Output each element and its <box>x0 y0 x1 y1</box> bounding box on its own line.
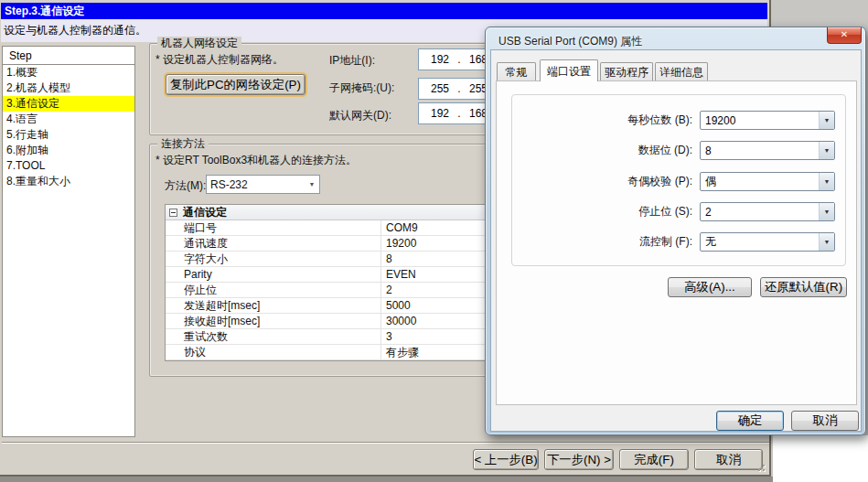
sidebar-item-robot-model[interactable]: 2.机器人模型 <box>3 80 134 96</box>
baud-rate-value: 19200 <box>701 114 819 127</box>
resize-grip[interactable] <box>754 461 766 473</box>
next-button[interactable]: 下一步(N) > <box>544 449 614 470</box>
sidebar-item-communication[interactable]: 3.通信设定 <box>3 96 134 112</box>
parity-label: 奇偶校验 (P): <box>512 172 692 191</box>
chevron-down-icon: ▼ <box>305 181 319 187</box>
flow-control-select[interactable]: 无 ▼ <box>700 232 835 252</box>
ok-button[interactable]: 确定 <box>716 411 784 431</box>
table-header-label: 通信设定 <box>183 205 227 220</box>
robot-network-group-title: 机器人网络设定 <box>157 37 241 49</box>
table-cell-label: 字符大小 <box>166 252 380 266</box>
tab-details[interactable]: 详细信息 <box>655 62 708 81</box>
table-cell-label: 发送超时[msec] <box>166 298 380 313</box>
chevron-down-icon: ▼ <box>819 203 834 220</box>
tab-driver[interactable]: 驱动程序 <box>600 62 653 81</box>
chevron-down-icon: ▼ <box>819 112 834 129</box>
ip-address-label: IP地址(I): <box>329 53 375 69</box>
tab-port-settings[interactable]: 端口设置 <box>540 59 598 81</box>
connection-method-note: * 设定RT ToolBox3和机器人的连接方法。 <box>155 153 357 168</box>
data-bits-value: 8 <box>701 145 819 157</box>
connection-method-group-title: 连接方法 <box>157 137 209 150</box>
method-label: 方法(M): <box>165 178 206 194</box>
table-cell-label: 重试次数 <box>166 329 380 344</box>
table-cell-label: 接收超时[msec] <box>166 314 380 328</box>
sidebar-item-language[interactable]: 4.语言 <box>3 112 134 127</box>
robot-network-note: * 设定机器人控制器网络。 <box>155 52 284 68</box>
finish-button[interactable]: 完成(F) <box>619 449 689 470</box>
wizard-subtitle: 设定与机器人控制器的通信。 <box>4 24 146 37</box>
stop-bits-label: 停止位 (S): <box>512 202 692 221</box>
stop-bits-select[interactable]: 2 ▼ <box>700 202 835 221</box>
tab-general[interactable]: 常规 <box>497 62 536 81</box>
advanced-button[interactable]: 高级(A)... <box>668 277 752 297</box>
wizard-cancel-button[interactable]: 取消 <box>694 449 763 470</box>
table-cell-label: Parity <box>166 267 380 282</box>
step-sidebar-header: Step <box>3 47 134 65</box>
baud-rate-label: 每秒位数 (B): <box>512 111 692 130</box>
sidebar-item-tool[interactable]: 7.TOOL <box>3 158 134 174</box>
back-button[interactable]: < 上一步(B) <box>473 449 539 470</box>
subnet-mask-label: 子网掩码:(U): <box>329 80 394 96</box>
connection-method-value: RS-232 <box>207 178 305 191</box>
footer-separator <box>2 442 769 444</box>
connection-method-select[interactable]: RS-232 ▼ <box>206 175 320 194</box>
chevron-down-icon: ▼ <box>819 173 834 190</box>
parity-select[interactable]: 偶 ▼ <box>700 172 835 191</box>
dialog-cancel-button[interactable]: 取消 <box>791 411 859 431</box>
default-gateway-label: 默认网关(D): <box>329 108 391 123</box>
sidebar-item-additional-axis[interactable]: 6.附加轴 <box>3 143 134 158</box>
step-sidebar: Step 1.概要 2.机器人模型 3.通信设定 4.语言 5.行走轴 6.附加… <box>2 46 135 437</box>
flow-control-label: 流控制 (F): <box>512 232 692 252</box>
sidebar-item-overview[interactable]: 1.概要 <box>3 65 134 80</box>
table-cell-label: 停止位 <box>166 283 380 297</box>
wizard-bottom-edge <box>0 477 773 482</box>
dialog-tab-strip: 常规 端口设置 驱动程序 详细信息 <box>491 59 861 81</box>
copy-pc-network-button[interactable]: 复制此PC的网络设定(P) <box>166 74 305 95</box>
parity-value: 偶 <box>701 174 819 189</box>
table-cell-label: 通讯速度 <box>166 236 380 251</box>
collapse-minus-icon[interactable] <box>169 209 177 217</box>
flow-control-value: 无 <box>701 234 819 250</box>
baud-rate-select[interactable]: 19200 ▼ <box>700 111 835 130</box>
data-bits-label: 数据位 (D): <box>512 141 692 160</box>
serial-port-properties-dialog: USB Serial Port (COM9) 属性 ✕ 常规 端口设置 驱动程序… <box>485 27 866 435</box>
sidebar-item-travel-axis[interactable]: 5.行走轴 <box>3 127 134 143</box>
background-window-area <box>773 435 868 482</box>
wizard-title: Step.3.通信设定 <box>5 5 84 17</box>
stop-bits-value: 2 <box>701 206 819 219</box>
table-cell-label: 协议 <box>166 345 380 359</box>
dialog-client-area: 常规 端口设置 驱动程序 详细信息 每秒位数 (B): 19200 ▼ 数据位 … <box>490 49 862 432</box>
close-icon: ✕ <box>841 29 848 39</box>
port-settings-group: 每秒位数 (B): 19200 ▼ 数据位 (D): 8 ▼ 奇偶校验 (P):… <box>511 94 846 266</box>
dialog-title: USB Serial Port (COM9) 属性 <box>498 34 642 49</box>
data-bits-select[interactable]: 8 ▼ <box>700 141 835 160</box>
close-button[interactable]: ✕ <box>827 27 862 44</box>
chevron-down-icon: ▼ <box>819 233 834 251</box>
wizard-titlebar: Step.3.通信设定 <box>1 3 767 19</box>
sidebar-item-weight-size[interactable]: 8.重量和大小 <box>3 174 134 189</box>
chevron-down-icon: ▼ <box>819 142 834 159</box>
port-settings-tabpage: 每秒位数 (B): 19200 ▼ 数据位 (D): 8 ▼ 奇偶校验 (P):… <box>496 80 857 405</box>
table-cell-label: 端口号 <box>166 220 380 235</box>
restore-defaults-button[interactable]: 还原默认值(R) <box>760 277 847 297</box>
